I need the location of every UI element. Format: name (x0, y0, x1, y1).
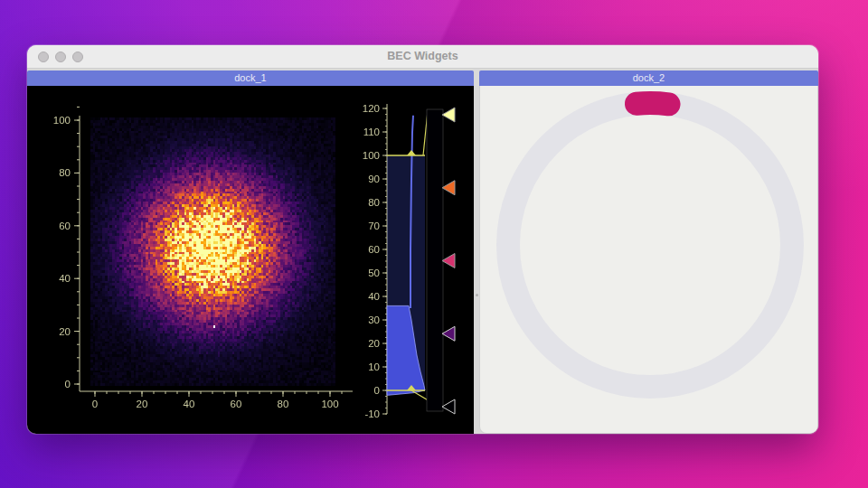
lut-gradient-bar[interactable] (427, 109, 443, 411)
window-titlebar[interactable]: BEC Widgets (27, 45, 818, 69)
ring-progress-segment (637, 103, 669, 104)
tick-label: 30 (368, 314, 380, 325)
tick-label: 60 (368, 244, 380, 255)
tick-label: 80 (368, 197, 380, 208)
progress-ring (480, 86, 817, 433)
lut-tick-marker[interactable] (442, 181, 455, 195)
tick-label: 10 (368, 361, 380, 372)
tick-label: 20 (368, 338, 380, 349)
app-window: BEC Widgets dock_1 dock_2 02040608010002… (27, 45, 818, 434)
tick-label: 90 (368, 174, 380, 184)
ring-track (508, 103, 792, 387)
tick-label: 20 (137, 399, 148, 409)
tick-label: -10 (364, 408, 380, 419)
tick-label: 40 (59, 273, 71, 284)
tick-label: 100 (53, 115, 71, 126)
plot-axes-and-histogram: 0204060801000204060801001201101009080706… (27, 86, 474, 434)
tick-label: 40 (184, 399, 195, 409)
lut-tick-marker[interactable] (442, 108, 455, 122)
lut-tick-marker[interactable] (442, 326, 455, 341)
lut-tick-marker[interactable] (442, 254, 455, 268)
region-handle[interactable] (407, 150, 416, 155)
tick-label: 60 (59, 221, 71, 231)
dock2-titlebar[interactable]: dock_2 (479, 70, 818, 86)
dock1-titlebar[interactable]: dock_1 (27, 70, 474, 86)
tick-label: 80 (59, 167, 71, 178)
tick-label: 80 (278, 399, 289, 409)
tick-label: 0 (65, 379, 71, 389)
dock2-spinner-area (479, 86, 818, 434)
tick-label: 60 (231, 399, 242, 409)
dock1-plot-area: 0204060801000204060801001201101009080706… (27, 86, 474, 434)
desktop: { "window": { "title": "BEC Widgets" }, … (0, 0, 868, 488)
tick-label: 0 (374, 385, 380, 396)
tick-label: 70 (368, 221, 380, 231)
tick-label: 100 (321, 399, 338, 409)
tick-label: 40 (368, 291, 380, 302)
tick-label: 0 (92, 399, 98, 409)
tick-label: 100 (363, 150, 380, 161)
tick-label: 50 (368, 267, 380, 278)
lut-tick-marker[interactable] (442, 399, 455, 414)
window-title: BEC Widgets (27, 50, 818, 62)
tick-label: 20 (59, 326, 71, 337)
tick-label: 120 (363, 103, 380, 114)
tick-label: 110 (363, 127, 380, 137)
